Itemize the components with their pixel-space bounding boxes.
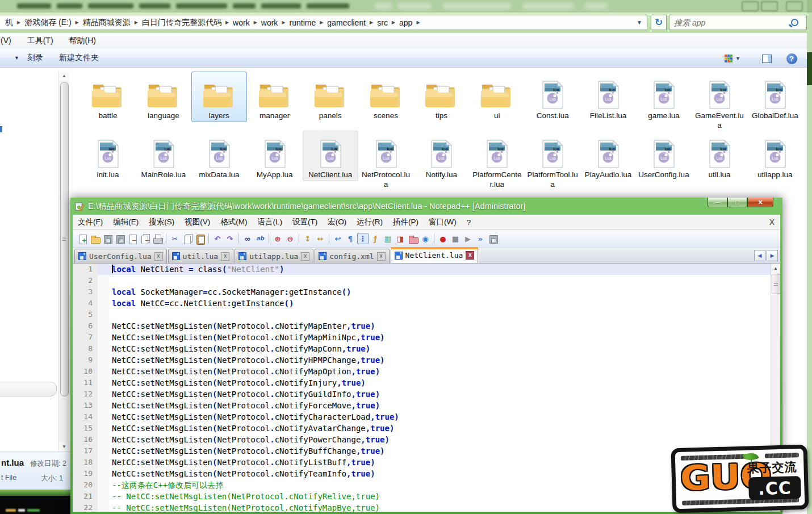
macro-play-icon[interactable]: ▶ bbox=[462, 233, 474, 244]
paste-icon[interactable] bbox=[194, 233, 206, 244]
file-item-myapp-lua[interactable]: luaLuaMyApp.lua bbox=[247, 131, 303, 181]
indent-guide-icon[interactable]: ⋮ bbox=[357, 233, 369, 244]
file-item-util-lua[interactable]: luaLuautil.lua bbox=[692, 131, 747, 181]
scrollbar-thumb[interactable] bbox=[772, 274, 780, 294]
breadcrumb-dropdown-icon[interactable]: ▼ bbox=[637, 19, 642, 26]
folder-item-tips[interactable]: tips bbox=[413, 72, 469, 122]
breadcrumb-item[interactable]: runtime bbox=[287, 18, 319, 27]
scroll-up-icon[interactable]: ▲ bbox=[771, 264, 780, 273]
file-item-netclient-lua[interactable]: luaLuaNetClient.lua bbox=[303, 131, 358, 181]
preview-pane-button[interactable] bbox=[759, 52, 774, 65]
macro-stop-icon[interactable]: ■ bbox=[450, 233, 461, 244]
npp-menu-item[interactable]: 格式(M) bbox=[215, 217, 252, 227]
npp-menu-item[interactable]: 宏(O) bbox=[323, 217, 351, 227]
npp-menu-item[interactable]: 视图(V) bbox=[179, 217, 215, 227]
tab-config-xml[interactable]: config.xmlx bbox=[315, 249, 389, 263]
breadcrumb-item[interactable]: work bbox=[230, 18, 253, 27]
menu-item[interactable]: 看(V) bbox=[0, 36, 19, 46]
new-folder-button[interactable]: 新建文件夹 bbox=[51, 53, 107, 63]
breadcrumb-item[interactable]: 精品商城资源 bbox=[80, 18, 133, 28]
tab-close-icon[interactable]: x bbox=[221, 252, 229, 261]
replace-icon[interactable]: ab bbox=[254, 233, 266, 244]
search-input[interactable] bbox=[669, 18, 791, 28]
tab-userconfig-lua[interactable]: UserConfig.luax bbox=[74, 249, 167, 263]
close-all-documents-icon[interactable]: − bbox=[139, 233, 150, 244]
npp-menu-item[interactable]: 语言(L) bbox=[253, 217, 288, 227]
npp-menu-item[interactable]: 搜索(S) bbox=[144, 217, 179, 227]
refresh-button[interactable]: ↻ bbox=[651, 15, 667, 30]
file-item-playaudio-lua[interactable]: luaLuaPlayAudio.lua bbox=[580, 131, 636, 181]
breadcrumb-item[interactable]: 机 bbox=[2, 18, 16, 28]
breadcrumb-item[interactable]: work bbox=[258, 18, 281, 27]
file-item-const-lua[interactable]: luaLuaConst.lua bbox=[525, 72, 580, 122]
cut-icon[interactable]: ✂ bbox=[169, 233, 181, 244]
close-button[interactable]: × bbox=[747, 198, 773, 207]
folder-item-layers[interactable]: layers bbox=[191, 72, 247, 122]
scroll-up-icon[interactable]: ▲ bbox=[59, 71, 69, 81]
breadcrumb-item[interactable]: 游戏储存 (E:) bbox=[22, 18, 74, 28]
file-item-game-lua[interactable]: luaLuagame.lua bbox=[636, 72, 692, 122]
npp-menu-item[interactable]: 运行(R) bbox=[351, 217, 388, 227]
scroll-down-icon[interactable]: ▼ bbox=[59, 442, 69, 452]
tab-close-icon[interactable]: x bbox=[154, 252, 163, 261]
tab-close-icon[interactable]: x bbox=[301, 252, 309, 261]
breadcrumb-item[interactable]: app bbox=[396, 18, 415, 27]
show-all-characters-icon[interactable]: ¶ bbox=[345, 233, 356, 244]
undo-icon[interactable]: ↶ bbox=[212, 233, 223, 244]
file-item-netprotocol-lua[interactable]: luaLuaNetProtocol.lua bbox=[358, 131, 414, 191]
macro-record-icon[interactable]: ● bbox=[437, 233, 449, 244]
function-list-icon[interactable]: ƒ bbox=[370, 233, 381, 244]
sync-scroll-horizontal-icon[interactable]: ↔ bbox=[315, 233, 326, 244]
burn-button[interactable]: 刻录 bbox=[19, 53, 51, 63]
folder-item-scenes[interactable]: scenes bbox=[358, 72, 414, 122]
tab-scroll-left-icon[interactable]: ◀ bbox=[754, 250, 765, 261]
file-item-platformcenter-lua[interactable]: luaLuaPlatformCenter.lua bbox=[469, 131, 525, 191]
npp-menu-item[interactable]: 窗口(W) bbox=[424, 217, 462, 227]
document-map-icon[interactable]: ▥ bbox=[382, 233, 394, 244]
sync-scroll-vertical-icon[interactable]: ↕ bbox=[302, 233, 313, 244]
file-monitoring-icon[interactable]: ◉ bbox=[420, 233, 431, 244]
tab-scroll-right-icon[interactable]: ▶ bbox=[767, 250, 778, 261]
file-item-utilapp-lua[interactable]: luaLuautilapp.lua bbox=[747, 131, 803, 181]
folder-as-workspace-icon[interactable] bbox=[407, 233, 418, 244]
tab-utilapp-lua[interactable]: utilapp.luax bbox=[235, 249, 313, 263]
folder-item-language[interactable]: language bbox=[136, 72, 191, 122]
file-item-init-lua[interactable]: luaLuainit.lua bbox=[80, 131, 136, 181]
folder-item-manager[interactable]: manager bbox=[247, 72, 303, 122]
zoom-in-icon[interactable]: ⊕ bbox=[272, 233, 283, 244]
menu-item[interactable]: 工具(T) bbox=[19, 36, 61, 46]
npp-menu-item[interactable]: 设置(T) bbox=[287, 217, 323, 227]
npp-menu-item[interactable]: 编辑(E) bbox=[108, 217, 144, 227]
file-item-userconfig-lua[interactable]: luaLuaUserConfig.lua bbox=[636, 131, 692, 181]
minimize-button[interactable]: ─ bbox=[708, 198, 727, 207]
help-button[interactable]: ? bbox=[785, 52, 798, 65]
tab-netclient-lua[interactable]: NetClient.luax bbox=[391, 247, 479, 263]
folder-item-ui[interactable]: ui bbox=[469, 72, 525, 122]
maximize-button[interactable]: □ bbox=[727, 198, 747, 207]
file-item-mainrole-lua[interactable]: luaLuaMainRole.lua bbox=[136, 131, 191, 181]
zoom-out-icon[interactable]: ⊖ bbox=[284, 233, 296, 244]
file-item-filelist-lua[interactable]: luaLuaFileList.lua bbox=[580, 72, 636, 122]
find-icon[interactable]: ∞ bbox=[242, 233, 253, 244]
folder-item-panels[interactable]: panels bbox=[303, 72, 358, 122]
notepadpp-titlebar[interactable]: E:\精品商城资源\白日门传奇完整源代码\work\work\runtime\g… bbox=[73, 198, 780, 215]
breadcrumb-item[interactable]: 白日门传奇完整源代码 bbox=[139, 18, 224, 28]
file-item-platformtool-lua[interactable]: luaLuaPlatformTool.lua bbox=[525, 131, 580, 191]
tab-close-icon[interactable]: x bbox=[377, 252, 386, 261]
breadcrumb-item[interactable]: src bbox=[374, 18, 391, 27]
macro-run-multiple-icon[interactable]: » bbox=[475, 233, 486, 244]
save-icon[interactable] bbox=[102, 233, 113, 244]
document-switcher-icon[interactable]: ◨ bbox=[395, 233, 406, 244]
print-icon[interactable] bbox=[152, 233, 163, 244]
npp-menu-item[interactable]: 文件(F) bbox=[73, 217, 108, 227]
open-folder-icon[interactable] bbox=[89, 233, 101, 244]
tab-util-lua[interactable]: util.luax bbox=[168, 249, 234, 263]
close-document-x-icon[interactable]: X bbox=[769, 218, 775, 227]
chevron-down-icon[interactable]: ▼ bbox=[14, 55, 19, 61]
save-all-icon[interactable]: + bbox=[114, 233, 125, 244]
redo-icon[interactable]: ↷ bbox=[224, 233, 236, 244]
npp-menu-item[interactable]: 插件(P) bbox=[388, 217, 424, 227]
close-document-icon[interactable]: − bbox=[127, 233, 138, 244]
breadcrumb-item[interactable]: gameclient bbox=[324, 18, 369, 27]
npp-menu-item[interactable]: ? bbox=[462, 218, 476, 227]
